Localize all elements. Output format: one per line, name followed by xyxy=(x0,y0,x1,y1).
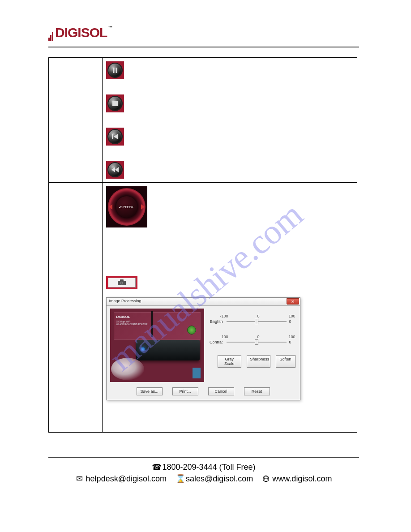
svg-rect-0 xyxy=(113,68,115,73)
skip-back-icon xyxy=(106,128,124,146)
stop-icon xyxy=(106,94,124,112)
contrast-track[interactable] xyxy=(227,342,287,343)
print-button[interactable]: Print... xyxy=(172,387,198,395)
speed-control[interactable]: - SPEED + xyxy=(106,186,147,227)
skip-back-button[interactable] xyxy=(106,128,124,146)
row1-label-cell xyxy=(49,58,103,183)
save-as-button[interactable]: Save as... xyxy=(137,387,163,395)
pause-button[interactable] xyxy=(106,61,124,79)
dialog-controls: -100 0 100 Brightn 0 -100 0 xyxy=(208,309,295,382)
speed-label: - SPEED + xyxy=(116,196,137,218)
svg-marker-4 xyxy=(114,134,118,139)
contrast-value: 0 xyxy=(289,340,295,344)
rewind-icon xyxy=(106,161,124,179)
trademark-icon: ™ xyxy=(108,25,112,30)
close-icon: ✕ xyxy=(291,299,295,304)
svg-marker-6 xyxy=(115,167,119,172)
logo-bars-icon xyxy=(48,26,54,41)
eco-badge-icon xyxy=(187,326,196,335)
mail-icon: ✉ xyxy=(76,474,84,484)
page-footer: ☎ 1800-209-3444 (Toll Free) ✉ helpdesk@d… xyxy=(48,457,359,484)
row2-content-cell: - SPEED + xyxy=(102,183,357,272)
svg-rect-1 xyxy=(116,68,117,73)
brand-name: DIGISOL xyxy=(55,25,107,40)
table-row: Image Processing ✕ DIGISOL 150Mbps WiFiW… xyxy=(49,272,357,433)
dialog-titlebar: Image Processing ✕ xyxy=(107,298,300,306)
camera-icon xyxy=(118,279,126,287)
contrast-label: Contra: xyxy=(208,340,223,344)
preview-logo: DIGISOL xyxy=(116,315,130,319)
brightness-track[interactable] xyxy=(227,321,287,322)
dialog-body: DIGISOL 150Mbps WiFiWLAN BROADBAND ROUTE… xyxy=(107,306,300,384)
header-divider xyxy=(48,47,359,47)
table-row xyxy=(49,58,357,183)
stop-button[interactable] xyxy=(106,94,124,112)
antenna-icon xyxy=(151,311,153,337)
svg-marker-5 xyxy=(111,167,115,172)
effect-buttons: Gray Scale Sharpness Soften xyxy=(218,355,295,368)
router-image xyxy=(136,340,200,360)
close-button[interactable]: ✕ xyxy=(287,298,299,305)
brightness-label: Brightn xyxy=(208,319,223,324)
svg-rect-8 xyxy=(120,279,124,281)
globe-icon xyxy=(262,474,270,484)
contrast-ticks: -100 0 100 xyxy=(220,335,295,339)
row3-label-cell xyxy=(49,272,103,433)
phone-icon: ☎ xyxy=(152,462,160,472)
pause-icon xyxy=(106,61,124,79)
brightness-value: 0 xyxy=(289,319,295,324)
svg-rect-2 xyxy=(112,101,118,106)
snapshot-button[interactable] xyxy=(106,276,137,289)
helpdesk-email: helpdesk@digisol.com xyxy=(86,474,167,483)
reset-button[interactable]: Reset xyxy=(244,387,270,395)
gray-scale-button[interactable]: Gray Scale xyxy=(218,355,242,368)
svg-point-10 xyxy=(121,282,122,283)
brightness-thumb[interactable] xyxy=(255,319,258,324)
controls-table: - SPEED + Image Processing xyxy=(48,57,357,433)
image-processing-dialog: Image Processing ✕ DIGISOL 150Mbps WiFiW… xyxy=(106,297,300,400)
dialog-title: Image Processing xyxy=(109,299,141,303)
svg-rect-3 xyxy=(112,134,113,139)
contact-line-2: ✉ helpdesk@digisol.com ⌛ sales@digisol.c… xyxy=(48,474,359,484)
row3-content-cell: Image Processing ✕ DIGISOL 150Mbps WiFiW… xyxy=(102,272,357,433)
phone-number: 1800-209-3444 (Toll Free) xyxy=(162,463,255,472)
row2-label-cell xyxy=(49,183,103,272)
row1-content-cell xyxy=(102,58,357,183)
image-preview: DIGISOL 150Mbps WiFiWLAN BROADBAND ROUTE… xyxy=(110,309,204,382)
preview-desc: 150Mbps WiFiWLAN BROADBAND ROUTER xyxy=(116,320,148,326)
contrast-thumb[interactable] xyxy=(255,339,258,345)
sales-email: sales@digisol.com xyxy=(186,474,253,483)
brand-logo: DIGISOL™ xyxy=(48,25,359,41)
contact-line-1: ☎ 1800-209-3444 (Toll Free) xyxy=(48,462,359,472)
brightness-slider[interactable]: Brightn 0 xyxy=(208,319,295,324)
cancel-button[interactable]: Cancel xyxy=(208,387,234,395)
minus-arrow-icon xyxy=(109,204,112,210)
table-row: - SPEED + xyxy=(49,183,357,272)
hourglass-icon: ⌛ xyxy=(176,474,184,484)
dialog-footer: Save as... Print... Cancel Reset xyxy=(107,384,300,400)
contrast-slider[interactable]: Contra: 0 xyxy=(208,340,295,344)
page-content: DIGISOL™ xyxy=(48,25,359,433)
footer-divider xyxy=(48,457,359,458)
website-url: www.digisol.com xyxy=(272,474,332,483)
plus-arrow-icon xyxy=(141,204,145,210)
sharpness-button[interactable]: Sharpness xyxy=(247,355,270,368)
soften-button[interactable]: Soften xyxy=(276,355,295,368)
rewind-button[interactable] xyxy=(106,161,124,179)
brightness-ticks: -100 0 100 xyxy=(220,314,295,318)
